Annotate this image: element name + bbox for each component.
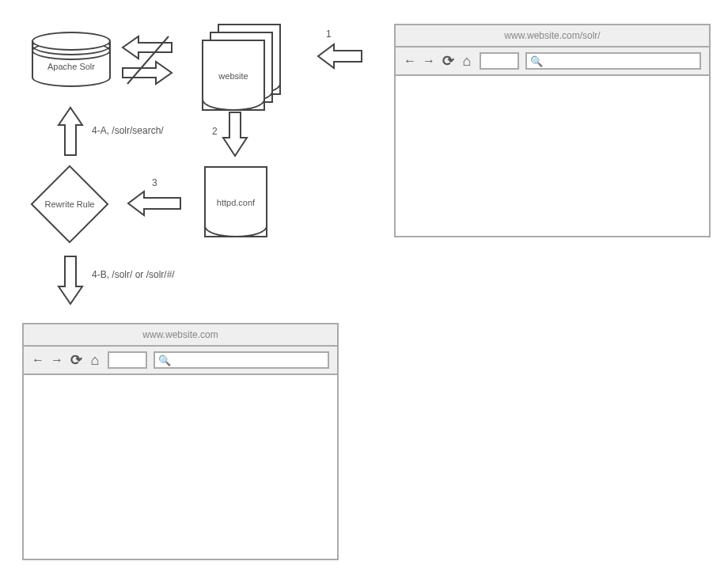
node-httpd-conf-label: httpd.conf <box>206 198 266 207</box>
reload-icon[interactable]: ⟳ <box>70 354 82 366</box>
arrow-step-3 <box>128 192 184 215</box>
search-icon: 🔍 <box>158 355 171 366</box>
back-icon[interactable]: ← <box>404 55 416 67</box>
arrow-step-4b <box>59 256 82 304</box>
back-icon[interactable]: ← <box>32 354 44 366</box>
arrow-step-4a <box>59 108 82 155</box>
forward-icon[interactable]: → <box>51 354 63 366</box>
search-icon: 🔍 <box>530 55 543 67</box>
node-apache-solr: Apache Solr <box>32 32 111 87</box>
arrow-step-2 <box>223 112 247 156</box>
node-website-label: website <box>203 71 264 81</box>
browser-solr-admin: www.website.com/solr/ ← → ⟳ ⌂ 🔍 <box>394 24 711 237</box>
url-input[interactable] <box>108 351 147 369</box>
label-step-1: 1 <box>326 28 332 40</box>
home-icon[interactable]: ⌂ <box>461 55 473 67</box>
node-rewrite-rule-label: Rewrite Rule <box>30 199 109 209</box>
forward-icon[interactable]: → <box>423 55 435 67</box>
search-input[interactable]: 🔍 <box>525 52 701 70</box>
label-step-2: 2 <box>212 126 218 137</box>
browser-viewport <box>24 375 337 559</box>
reload-icon[interactable]: ⟳ <box>442 55 454 67</box>
diagram-canvas: Apache Solr website 1 2 httpd.conf 3 <box>0 0 728 584</box>
label-step-4b: 4-B, /solr/ or /solr/#/ <box>92 269 175 280</box>
home-icon[interactable]: ⌂ <box>89 354 101 366</box>
node-apache-solr-label: Apache Solr <box>32 62 111 71</box>
browser-title: www.website.com <box>24 324 337 347</box>
label-step-3: 3 <box>152 177 157 188</box>
url-input[interactable] <box>480 52 519 70</box>
label-step-4a: 4-A, /solr/search/ <box>92 125 164 136</box>
search-input[interactable]: 🔍 <box>154 351 329 369</box>
node-website: website <box>202 24 281 111</box>
browser-toolbar: ← → ⟳ ⌂ 🔍 <box>24 347 337 375</box>
node-rewrite-rule: Rewrite Rule <box>30 165 109 244</box>
arrow-step-1 <box>318 44 366 68</box>
browser-toolbar: ← → ⟳ ⌂ 🔍 <box>396 47 709 76</box>
arrow-no-direct-access <box>123 36 186 84</box>
browser-viewport <box>396 76 709 236</box>
browser-website: www.website.com ← → ⟳ ⌂ 🔍 <box>22 323 339 560</box>
browser-title: www.website.com/solr/ <box>396 25 709 47</box>
